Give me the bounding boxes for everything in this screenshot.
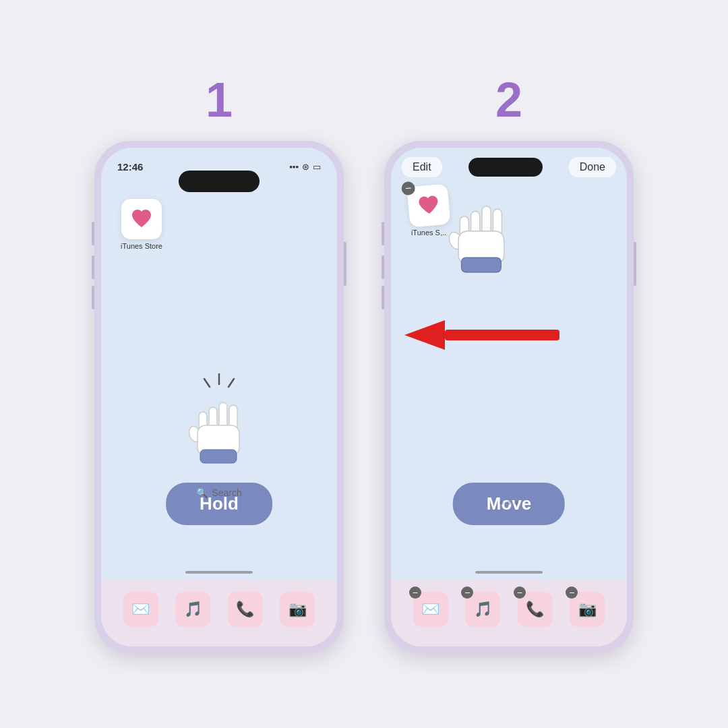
arrow-container [404, 315, 620, 358]
search-icon: 🔍 [196, 487, 208, 498]
dock-camera-2[interactable]: − 📷 [570, 592, 605, 627]
dock-2: − ✉️ − 🎵 − 📞 − 📷 [391, 579, 627, 646]
dock-minus-camera: − [566, 586, 578, 599]
vol-up-button-2 [382, 255, 384, 279]
vol-down-button-2 [382, 286, 384, 309]
dock-music-2[interactable]: − 🎵 [465, 592, 500, 627]
edit-button[interactable]: Edit [402, 157, 442, 177]
app-area-2: − iTunes S... [391, 180, 627, 579]
shine-lines-svg [192, 373, 246, 400]
home-indicator-2 [475, 571, 543, 574]
step-number-1: 1 [206, 75, 233, 124]
itunes-icon-container: iTunes Store [115, 199, 169, 250]
dynamic-island-1 [179, 171, 260, 192]
search-bar[interactable]: 🔍 Search [196, 487, 241, 498]
step-1: 1 12:46 ▪▪▪ ⊛ ▭ [94, 75, 344, 653]
done-button[interactable]: Done [569, 157, 616, 177]
home-indicator-1 [185, 571, 253, 574]
iphone-2-screen: Edit Done − iTunes [391, 148, 627, 646]
dock-music[interactable]: 🎵 [175, 592, 210, 627]
itunes-icon-2[interactable]: − [406, 183, 450, 227]
red-arrow-svg [404, 315, 566, 355]
svg-line-1 [204, 379, 210, 387]
app-area-1: iTunes Store [101, 192, 337, 579]
svg-line-2 [229, 379, 234, 387]
svg-marker-18 [404, 320, 445, 350]
status-icons: ▪▪▪ ⊛ ▭ [289, 162, 321, 172]
dynamic-island-2 [468, 158, 543, 177]
wifi-icon: ⊛ [302, 162, 309, 172]
dock-minus-mail: − [409, 586, 421, 599]
phone2-top-bar: Edit Done [391, 148, 627, 180]
page-dots [499, 501, 518, 505]
drag-hand-svg [445, 200, 519, 281]
dock-mail-2[interactable]: − ✉️ [413, 592, 448, 627]
svg-rect-17 [445, 330, 559, 340]
svg-rect-9 [200, 450, 237, 463]
itunes-icon[interactable] [121, 199, 162, 239]
heart-svg-2 [415, 192, 442, 218]
hold-hand-container [185, 397, 253, 471]
dock-mail[interactable]: ✉️ [123, 592, 158, 627]
iphone-2: Edit Done − iTunes [384, 141, 634, 653]
drag-hand-container [445, 200, 519, 284]
main-container: 1 12:46 ▪▪▪ ⊛ ▭ [0, 0, 728, 728]
step-number-2: 2 [495, 75, 522, 124]
dock-phone-2[interactable]: − 📞 [518, 592, 553, 627]
iphone-1: 12:46 ▪▪▪ ⊛ ▭ [94, 141, 344, 653]
vol-up-button [92, 255, 94, 279]
minus-badge: − [401, 181, 416, 195]
heart-svg [129, 207, 154, 231]
itunes-icon-label-2: iTunes S... [411, 229, 446, 237]
signal-icon: ▪▪▪ [289, 162, 299, 172]
itunes-icon-label: iTunes Store [121, 242, 162, 250]
dock-phone[interactable]: 📞 [228, 592, 263, 627]
battery-icon: ▭ [313, 162, 321, 172]
dock-1: ✉️ 🎵 📞 📷 [101, 579, 337, 646]
step-2: 2 Edit Done − [384, 75, 634, 653]
dot-3 [514, 501, 518, 505]
dock-minus-music: − [461, 586, 473, 599]
iphone-1-screen: 12:46 ▪▪▪ ⊛ ▭ [101, 148, 337, 646]
svg-rect-16 [461, 257, 501, 272]
hold-hand-svg [185, 397, 253, 471]
search-label: Search [212, 487, 241, 498]
vol-down-button [92, 286, 94, 309]
dot-2 [507, 501, 511, 505]
status-time: 12:46 [117, 161, 143, 173]
dot-1 [499, 501, 504, 505]
dock-camera[interactable]: 📷 [280, 592, 315, 627]
dock-minus-phone: − [514, 586, 526, 599]
